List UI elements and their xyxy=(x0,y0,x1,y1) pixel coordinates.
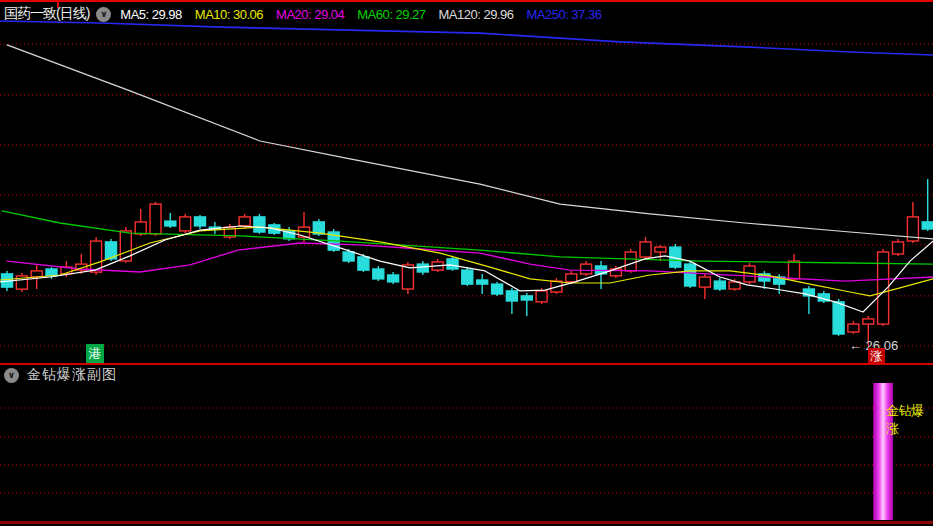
ma60-legend: MA60: 29.27 xyxy=(357,7,425,22)
chart-title: 国药一致(日线) xyxy=(4,5,89,23)
candlestick-chart-canvas[interactable] xyxy=(0,0,933,526)
ma20-legend: MA20: 29.04 xyxy=(276,7,344,22)
stock-app-window: 国药一致(日线) ∨ MA5: 29.98 MA10: 30.06 MA20: … xyxy=(0,0,933,526)
panel-divider xyxy=(0,363,933,365)
chevron-down-icon[interactable]: ∨ xyxy=(4,368,19,383)
rise-signal-badge[interactable]: 涨 xyxy=(868,348,885,364)
chevron-down-icon[interactable]: ∨ xyxy=(96,7,111,22)
window-top-border xyxy=(0,0,933,2)
ma5-legend: MA5: 29.98 xyxy=(120,7,182,22)
ma10-legend: MA10: 30.06 xyxy=(195,7,263,22)
main-chart-header: 国药一致(日线) ∨ MA5: 29.98 MA10: 30.06 MA20: … xyxy=(4,5,614,23)
window-bottom-border xyxy=(0,521,933,524)
signal-bar-label: 金钻爆涨 xyxy=(886,402,933,438)
hk-event-badge[interactable]: 港 xyxy=(86,344,104,363)
ma120-legend: MA120: 29.96 xyxy=(438,7,513,22)
subchart-title: 金钻爆涨副图 xyxy=(27,366,117,384)
ma250-legend: MA250: 37.36 xyxy=(526,7,601,22)
subchart-header[interactable]: ∨ 金钻爆涨副图 xyxy=(4,366,117,384)
